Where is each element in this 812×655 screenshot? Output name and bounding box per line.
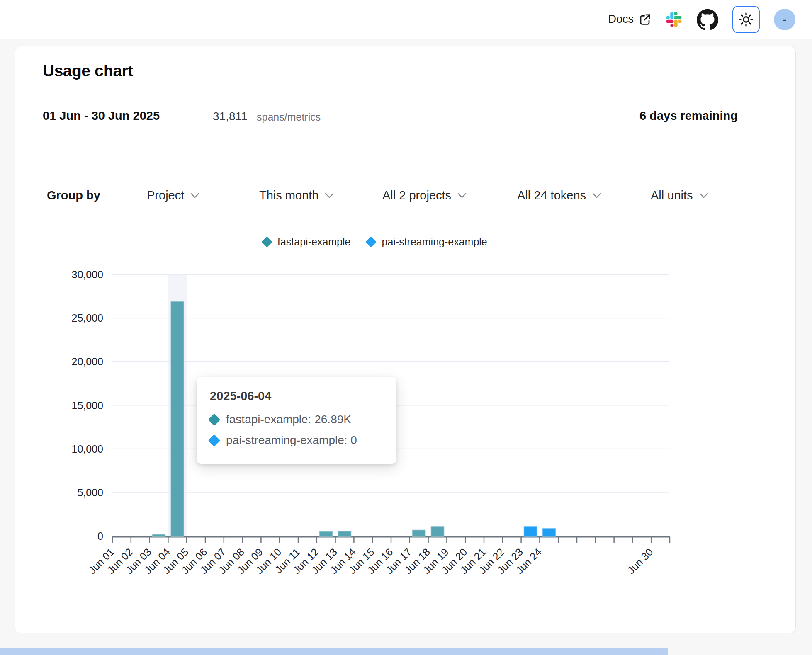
docs-link[interactable]: Docs [608,13,651,26]
tooltip-date: 2025-06-04 [210,389,383,403]
tooltip-row: fastapi-example: 26.89K [210,413,383,426]
y-axis-tick-label: 15,000 [72,400,103,411]
bar-jun-17-fastapi-example[interactable] [413,530,425,536]
bar-jun-13-fastapi-example[interactable] [338,531,351,536]
bar-jun-18-fastapi-example[interactable] [431,527,444,536]
y-axis-tick-label: 10,000 [72,443,103,455]
sun-icon [739,12,754,27]
theme-toggle-button[interactable] [732,6,760,33]
chart-tooltip: 2025-06-04 fastapi-example: 26.89K pai-s… [197,377,396,464]
x-axis-tick-label: Jun 30 [625,546,655,576]
y-axis-tick-label: 0 [97,530,103,542]
diamond-icon [208,434,221,446]
horizontal-scrollbar[interactable] [0,648,668,655]
usage-card: Usage chart 01 Jun - 30 Jun 2025 31,811 … [15,46,796,633]
tooltip-row: pai-streaming-example: 0 [210,434,383,447]
bar-jun-24-pai-streaming-example[interactable] [542,529,555,536]
avatar[interactable]: - [774,9,795,30]
github-icon[interactable] [697,9,718,30]
external-link-icon [639,13,651,26]
diamond-icon [208,413,221,426]
tooltip-row-text: pai-streaming-example: 0 [226,434,357,447]
bar-jun-12-fastapi-example[interactable] [320,531,333,536]
bar-jun-04-fastapi-example[interactable] [171,301,184,536]
y-axis-tick-label: 20,000 [72,356,103,367]
bar-jun-23-pai-streaming-example[interactable] [524,527,537,536]
y-axis-tick-label: 30,000 [72,269,103,280]
tooltip-row-text: fastapi-example: 26.89K [226,413,351,426]
bar-jun-03-fastapi-example[interactable] [153,534,165,536]
topbar: Docs - [0,0,812,39]
y-axis-tick-label: 5,000 [77,487,103,498]
avatar-text: - [783,13,786,26]
y-axis-tick-label: 25,000 [72,312,103,324]
usage-chart-svg: 05,00010,00015,00020,00025,00030,000Jun … [15,46,796,634]
slack-icon[interactable] [665,11,683,28]
docs-label: Docs [608,13,634,26]
